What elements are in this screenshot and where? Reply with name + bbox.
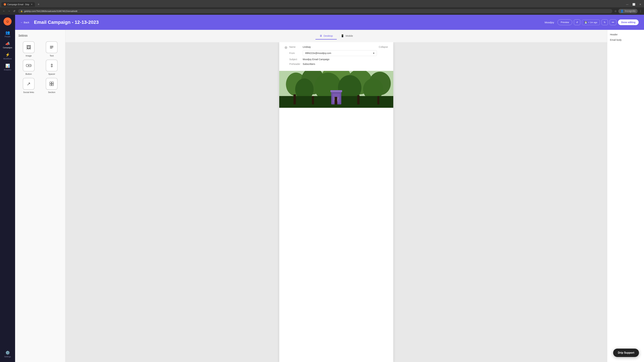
name-field-row: Name Lindsay (289, 45, 377, 48)
lock-icon: 🔒 (20, 10, 23, 12)
social-links-tool-icon: ↗ (23, 78, 34, 90)
svg-rect-5 (30, 65, 31, 66)
done-editing-button[interactable]: Done editing (618, 19, 639, 25)
subject-label: Subject (289, 58, 303, 61)
email-frame[interactable]: Name Lindsay From 89f4222e@moodjoy.com ▾ (66, 42, 607, 362)
active-tab[interactable]: 🔥 Campaign Email · Drip ✕ (1, 2, 35, 7)
section-tool-label: Section (48, 91, 55, 93)
from-label: From (289, 52, 303, 54)
save-indicator: 💾 < 1m ago (582, 19, 600, 25)
top-header: ← Back Email Campaign - 12-13-2023 Moodj… (15, 15, 644, 30)
collapse-button[interactable]: Collapse (379, 45, 388, 48)
svg-rect-27 (334, 97, 337, 104)
preview-tabs: 🖥 Desktop 📱 Mobile (66, 30, 607, 42)
svg-rect-26 (312, 96, 314, 104)
tool-image[interactable]: 🖼 Image (18, 41, 39, 57)
sidebar-item-analytics[interactable]: 📊 Analytics (1, 62, 14, 72)
text-tool-icon (46, 41, 58, 53)
undo-button[interactable]: ↺ (574, 19, 580, 25)
browser-menu-icon[interactable]: ⋮ (639, 9, 642, 13)
tool-spacer[interactable]: ⇕ Spacer (42, 60, 62, 75)
preheader-value: Subscribers (303, 63, 377, 65)
email-settings-fields: Name Lindsay From 89f4222e@moodjoy.com ▾ (289, 45, 377, 67)
back-button[interactable]: ← Back (20, 21, 29, 24)
address-bar: ← → ↺ 🔒 getdrip.com/7641396/broadcasts/3… (0, 7, 644, 15)
sidebar: ☺ 👥 People 📣 Campaigns ⚡ Workflows 📊 Ana… (0, 15, 15, 362)
header-actions: Preview ↺ 💾 < 1m ago ↻ ••• Done editing (558, 19, 639, 25)
svg-rect-6 (50, 82, 52, 84)
from-dropdown[interactable]: 89f4222e@moodjoy.com ▾ (303, 50, 377, 56)
maximize-button[interactable]: ⬜ (631, 2, 636, 6)
from-value: 89f4222e@moodjoy.com (305, 52, 331, 54)
more-options-button[interactable]: ••• (610, 19, 616, 25)
tab-mobile[interactable]: 📱 Mobile (337, 32, 357, 39)
tools-grid: 🖼 Image Text (18, 41, 62, 93)
svg-rect-25 (294, 94, 296, 104)
forward-nav-button[interactable]: → (7, 9, 11, 13)
browser-right-controls: ☆ 👤 Incognito ⋮ (614, 9, 642, 13)
new-tab-button[interactable]: + (36, 2, 41, 7)
content-area: Settings 🖼 Image (15, 30, 644, 362)
subject-field-row: Subject Moodjoy Email Campaign (289, 58, 377, 61)
name-value: Lindsay (303, 45, 377, 48)
tab-bar: 🔥 Campaign Email · Drip ✕ + — ⬜ ✕ (0, 0, 644, 7)
account-name: Moodjoy (544, 21, 554, 24)
right-sidebar: Header Email body (607, 30, 644, 362)
tools-panel: Settings 🖼 Image (15, 30, 66, 362)
save-icon: 💾 (584, 21, 587, 24)
svg-rect-0 (50, 46, 53, 46)
refresh-button[interactable]: ↺ (12, 9, 16, 13)
campaigns-icon: 📣 (5, 41, 10, 46)
url-text: getdrip.com/7641396/broadcasts/318674615… (24, 10, 77, 12)
subject-value: Moodjoy Email Campaign (303, 58, 377, 61)
image-tool-label: Image (26, 54, 32, 57)
tool-button[interactable]: Button (18, 60, 39, 75)
url-field[interactable]: 🔒 getdrip.com/7641396/broadcasts/3186746… (18, 9, 612, 13)
tab-desktop[interactable]: 🖥 Desktop (316, 33, 337, 39)
sidebar-item-label-people: People (5, 35, 10, 37)
spacer-tool-label: Spacer (48, 73, 55, 75)
browser-chrome: 🔥 Campaign Email · Drip ✕ + — ⬜ ✕ ← → ↺ … (0, 0, 644, 15)
button-tool-label: Button (26, 73, 32, 75)
close-window-button[interactable]: ✕ (638, 2, 643, 6)
minimize-button[interactable]: — (625, 2, 630, 6)
settings-link[interactable]: Settings (18, 34, 62, 37)
incognito-button[interactable]: 👤 Incognito (618, 9, 638, 13)
svg-rect-4 (28, 65, 30, 66)
email-container: Name Lindsay From 89f4222e@moodjoy.com ▾ (279, 42, 393, 362)
star-icon[interactable]: ☆ (614, 9, 617, 13)
app-container: ☺ 👥 People 📣 Campaigns ⚡ Workflows 📊 Ana… (0, 15, 644, 362)
main-content: ← Back Email Campaign - 12-13-2023 Moodj… (15, 15, 644, 362)
sidebar-item-people[interactable]: 👥 People (1, 29, 14, 39)
nav-buttons: ← → ↺ (2, 9, 16, 13)
back-nav-button[interactable]: ← (2, 9, 6, 13)
sidebar-item-label-settings: Settings (4, 356, 11, 358)
svg-rect-22 (330, 90, 342, 92)
redo-button[interactable]: ↻ (602, 19, 608, 25)
name-label: Name (289, 45, 303, 48)
email-preview-area: 🖥 Desktop 📱 Mobile (66, 30, 607, 362)
sidebar-item-workflows[interactable]: ⚡ Workflows (1, 51, 14, 61)
tool-social-links[interactable]: ↗ Social links (18, 78, 39, 93)
sidebar-item-label-analytics: Analytics (4, 69, 11, 71)
tool-text[interactable]: Text (42, 41, 62, 57)
drip-support-label: Drip Support (618, 351, 634, 354)
mobile-tab-label: Mobile (346, 34, 353, 37)
sidebar-bottom: ⚙️ Settings (1, 349, 14, 359)
save-time: < 1m ago (588, 21, 598, 24)
page-title: Email Campaign - 12-13-2023 (34, 19, 99, 25)
workflows-icon: ⚡ (5, 53, 10, 57)
sidebar-item-campaigns[interactable]: 📣 Campaigns (1, 40, 14, 50)
app-logo: ☺ (4, 17, 12, 25)
collapse-indicator (284, 46, 287, 49)
drip-support-button[interactable]: Drip Support (613, 349, 639, 357)
dropdown-arrow-icon: ▾ (373, 52, 374, 54)
sidebar-item-label-campaigns: Campaigns (3, 46, 12, 49)
preview-button[interactable]: Preview (558, 19, 572, 25)
sidebar-item-settings[interactable]: ⚙️ Settings (1, 349, 14, 359)
sidebar-item-label-workflows: Workflows (3, 58, 12, 60)
tool-section[interactable]: Section (42, 78, 62, 93)
svg-rect-1 (50, 47, 53, 47)
spacer-tool-icon: ⇕ (46, 60, 58, 71)
tab-close-button[interactable]: ✕ (31, 3, 32, 5)
